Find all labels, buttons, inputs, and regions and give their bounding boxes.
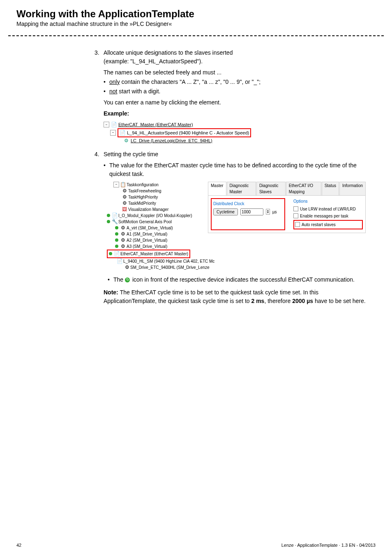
tree-label: LC_Drive (LenzeLogicDrive_ETC_94HL) xyxy=(131,137,212,144)
checkbox-label: Auto restart slaves xyxy=(302,222,336,228)
status-icon xyxy=(109,252,112,255)
tab-diag-slaves[interactable]: Diagnostic Slaves xyxy=(256,182,286,195)
success-icon: ↻ xyxy=(125,278,130,282)
device-icon: 📄 xyxy=(114,251,120,257)
step-number: 4. xyxy=(95,150,104,159)
tab-information[interactable]: Information xyxy=(339,182,366,195)
axis-icon: ⚙ xyxy=(120,225,126,231)
task-icon: ⚙ xyxy=(122,194,127,200)
tree-label: TaskHighPriority xyxy=(128,194,158,200)
tab-diag-master[interactable]: Diagnostic Master xyxy=(227,182,256,195)
example-label: Example: xyxy=(104,110,129,117)
step-text: Allocate unique designations to the slav… xyxy=(104,49,367,57)
tree-label: Taskkonfiguration xyxy=(127,182,159,188)
device-icon: 📄 xyxy=(112,213,118,218)
vis-icon: 🖼 xyxy=(122,206,127,212)
tree-label: EtherCAT_Master (EtherCAT Master) xyxy=(120,251,188,257)
tree-label: A_virt (SM_Drive_Virtual) xyxy=(127,225,173,231)
step-4: 4. Setting the cycle time xyxy=(95,150,367,159)
checkbox-icon xyxy=(293,213,298,218)
collapse-icon: − xyxy=(110,130,116,136)
axis-icon: ⚙ xyxy=(120,243,126,249)
device-icon: 📄 xyxy=(111,122,117,127)
highlighted-node: 📄 L_94_HL_ActuatorSpeed (9400 Highline C… xyxy=(118,128,251,138)
collapse-icon: − xyxy=(113,182,119,187)
tree-label: L_9400_HL_SM (9400 HighLine CiA 402, ETC… xyxy=(123,258,214,264)
page-number: 42 xyxy=(16,543,21,548)
option-lrw[interactable]: Use LRW instead of LWR/LRD xyxy=(293,206,363,212)
step-number: 3. xyxy=(95,49,104,66)
step-title: Setting the cycle time xyxy=(104,150,367,159)
pool-icon: 🔧 xyxy=(112,219,118,224)
cycletime-input[interactable] xyxy=(240,208,263,215)
tree-label: L_94_HL_ActuatorSpeed (9400 Highline C -… xyxy=(127,130,249,136)
step-4-bullet: • The value for the EtherCAT master cycl… xyxy=(104,161,367,178)
cycletime-button[interactable]: Cycletime xyxy=(213,208,238,215)
tree-label: A2 (SM_Drive_Virtual) xyxy=(127,237,167,243)
option-autorestart[interactable]: Auto restart slaves xyxy=(293,220,363,229)
tree-label: A3 (SM_Drive_Virtual) xyxy=(127,243,167,250)
device-icon: 📄 xyxy=(120,130,125,136)
step-text: (example: "L_94_HL_ActuatorSpeed"). xyxy=(104,57,367,66)
rule-2: • not start with a digit. xyxy=(104,87,367,96)
page-subtitle: Mapping the actual machine structure in … xyxy=(16,21,376,27)
group-header: Options xyxy=(293,198,363,204)
option-messages[interactable]: Enable messages per task xyxy=(293,213,363,219)
task-icon: ⚙ xyxy=(122,188,127,194)
tab-io-mapping[interactable]: EtherCAT I/O Mapping xyxy=(286,182,321,195)
checkbox-icon xyxy=(295,222,300,227)
screenshot-ethercat: − 📋Taskkonfiguration ⚙TaskFreewheeling ⚙… xyxy=(104,181,367,271)
tab-master[interactable]: Master xyxy=(208,182,226,195)
tree-label: TaskMidPriority xyxy=(128,200,156,206)
tab-status[interactable]: Status xyxy=(322,182,339,195)
unit-label: µs xyxy=(272,209,277,215)
drive-icon: ⚙ xyxy=(125,264,129,270)
tree-label: EtherCAT_Master (EtherCAT Master) xyxy=(118,121,193,128)
tree-label: Visualization Manager xyxy=(128,206,168,213)
underline: not xyxy=(109,88,117,95)
status-icon xyxy=(115,232,118,236)
rule-1: • only contain the characters "A ... Z",… xyxy=(104,78,367,86)
status-icon xyxy=(107,220,110,223)
spinner-icon[interactable]: ▲▼ xyxy=(266,209,270,215)
axis-icon: ⚙ xyxy=(120,237,126,243)
drive-icon: ⚙ xyxy=(123,138,129,143)
footer-info: Lenze · ApplicationTemplate · 1.3 EN - 0… xyxy=(281,543,376,548)
config-panel: Master Diagnostic Master Diagnostic Slav… xyxy=(206,181,367,234)
enter-name-text: You can enter a name by clicking the ele… xyxy=(104,98,367,107)
checkbox-label: Use LRW instead of LWR/LRD xyxy=(300,206,356,212)
tree-example: − 📄 EtherCAT_Master (EtherCAT Master) − … xyxy=(104,121,367,144)
divider xyxy=(8,35,384,36)
tabstrip: Master Diagnostic Master Diagnostic Slav… xyxy=(208,182,366,195)
page-title: Working with the ApplicationTemplate xyxy=(16,8,376,20)
group-header: Distributed Clock xyxy=(213,201,283,207)
tree-label: SoftMotion General Axis Pool xyxy=(118,219,172,225)
tree-panel: − 📋Taskkonfiguration ⚙TaskFreewheeling ⚙… xyxy=(104,181,206,271)
status-icon xyxy=(115,245,118,248)
names-intro: The names can be selected freely and mus… xyxy=(104,68,367,77)
checkbox-label: Enable messages per task xyxy=(300,213,348,219)
device-icon: 📄 xyxy=(117,258,122,264)
note-label: Note: xyxy=(104,289,120,296)
collapse-icon: − xyxy=(104,122,109,127)
options-group: Options Use LRW instead of LWR/LRD Enabl… xyxy=(293,198,363,230)
axis-icon: ⚙ xyxy=(120,231,126,237)
bullet-text: The value for the EtherCAT master cycle … xyxy=(109,161,367,178)
step-3: 3. Allocate unique designations to the s… xyxy=(95,49,367,66)
tree-label: A1 (SM_Drive_Virtual) xyxy=(127,231,167,237)
distributed-clock-group: Distributed Clock Cycletime ▲▼ µs xyxy=(211,198,285,230)
task-icon: ⚙ xyxy=(122,200,127,206)
status-icon xyxy=(107,214,110,217)
tree-label: I_O_Modul_Koppler (I/O Modul-Koppler) xyxy=(118,213,192,219)
tree-label: SM_Drive_ETC_9400HL (SM_Drive_Lenze xyxy=(130,264,210,271)
note-paragraph: Note: The EtherCAT cycle time is to be s… xyxy=(104,288,367,305)
tree-label: TaskFreewheeling xyxy=(128,188,161,194)
checkbox-icon xyxy=(293,206,298,211)
underline: only xyxy=(109,79,120,85)
status-icon xyxy=(115,226,118,229)
icon-note: • The ↻ icon in front of the respective … xyxy=(108,275,367,284)
status-icon xyxy=(115,238,118,242)
folder-icon: 📋 xyxy=(120,182,126,187)
